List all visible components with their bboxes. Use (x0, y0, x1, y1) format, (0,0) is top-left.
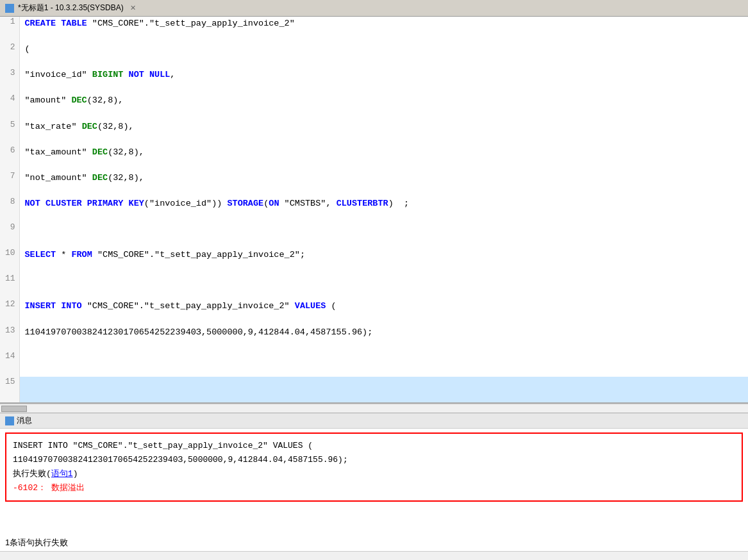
code-token: "tax_rate" (25, 122, 82, 131)
error-line3: 执行失败(语句1) (13, 467, 735, 481)
code-token: INSERT INTO (25, 301, 82, 311)
line-number: 2 (0, 42, 19, 68)
code-content[interactable]: "tax_amount" DEC(32,8), (19, 145, 748, 171)
code-token: DEC (92, 173, 108, 183)
line-number: 14 (0, 351, 19, 377)
code-token: "CMSTBS", (285, 199, 337, 208)
code-token: DEC (82, 122, 97, 131)
error-code-line: -6102： 数据溢出 (13, 481, 735, 495)
error-line3-prefix: 执行失败( (13, 469, 51, 479)
code-token: "not_amount" (25, 173, 92, 183)
code-token: (32,8) (108, 173, 139, 183)
code-content[interactable] (19, 222, 748, 248)
code-content[interactable]: "not_amount" DEC(32,8), (19, 171, 748, 197)
messages-content[interactable]: INSERT INTO "CMS_CORE"."t_sett_pay_apply… (0, 429, 748, 534)
table-row: 4"amount" DEC(32,8), (0, 94, 748, 119)
code-content[interactable] (19, 351, 748, 377)
table-row: 13110419707003824123017065425223940З,500… (0, 325, 748, 351)
line-number: 4 (0, 94, 19, 119)
line-number: 1 (0, 17, 19, 42)
error-statement-link[interactable]: 语句1 (51, 469, 73, 479)
code-token: (32,8) (108, 147, 139, 157)
line-number: 10 (0, 248, 19, 274)
code-content[interactable]: "amount" DEC(32,8), (19, 94, 748, 119)
code-token: "tax_amount" (25, 147, 92, 157)
code-token: "CMS_CORE"."t_sett_pay_apply_invoice_2"; (92, 250, 305, 259)
bottom-scrollbar[interactable] (0, 551, 748, 560)
line-number: 13 (0, 325, 19, 351)
table-row: 15 (0, 377, 748, 402)
table-row: 9 (0, 222, 748, 248)
table-row: 5"tax_rate" DEC(32,8), (0, 120, 748, 145)
error-box: INSERT INTO "CMS_CORE"."t_sett_pay_apply… (5, 432, 743, 502)
code-token: , (129, 122, 134, 131)
code-token: "invoice_id" (25, 70, 92, 79)
code-content[interactable]: ( (19, 42, 748, 68)
line-number: 15 (0, 377, 19, 402)
table-row: 11 (0, 274, 748, 299)
code-token: * (56, 250, 71, 259)
messages-panel: 消息 INSERT INTO "CMS_CORE"."t_sett_pay_ap… (0, 413, 748, 560)
code-token: VALUES (295, 301, 326, 311)
code-content[interactable]: NOT CLUSTER PRIMARY KEY("invoice_id")) S… (19, 197, 748, 222)
code-token: ) ; (388, 199, 409, 208)
code-content[interactable]: 110419707003824123017065425223940З,50000… (19, 325, 748, 351)
error-line1: INSERT INTO "CMS_CORE"."t_sett_pay_apply… (13, 439, 735, 453)
line-number: 7 (0, 171, 19, 197)
line-number: 11 (0, 274, 19, 299)
table-row: 3"invoice_id" BIGINT NOT NULL, (0, 68, 748, 94)
code-token: "CMS_CORE"."t_sett_pay_apply_invoice_2" (92, 19, 295, 28)
code-token: DEC (92, 147, 108, 157)
code-token: FROM (71, 250, 92, 259)
title-bar: *无标题1 - 10.3.2.35(SYSDBA) ✕ (0, 0, 748, 17)
code-content[interactable]: CREATE TABLE "CMS_CORE"."t_sett_pay_appl… (19, 17, 748, 42)
code-content[interactable]: "tax_rate" DEC(32,8), (19, 120, 748, 145)
table-row: 10SELECT * FROM "CMS_CORE"."t_sett_pay_a… (0, 248, 748, 274)
code-token: SELECT (25, 250, 56, 259)
code-content[interactable] (19, 274, 748, 299)
messages-header: 消息 (0, 413, 748, 429)
scrollbar-thumb[interactable] (1, 406, 27, 412)
code-token: NOT NULL (129, 70, 170, 79)
code-table: 1CREATE TABLE "CMS_CORE"."t_sett_pay_app… (0, 17, 748, 402)
table-row: 6"tax_amount" DEC(32,8), (0, 145, 748, 171)
code-content[interactable]: "invoice_id" BIGINT NOT NULL, (19, 68, 748, 94)
table-row: 7"not_amount" DEC(32,8), (0, 171, 748, 197)
messages-icon (5, 416, 14, 425)
tab-title: *无标题1 - 10.3.2.35(SYSDBA) (18, 3, 124, 13)
code-token: STORAGE (227, 199, 263, 208)
table-row: 14 (0, 351, 748, 377)
error-line2: 110419707003824123017065425223940З,50000… (13, 453, 735, 467)
code-token: CREATE TABLE (25, 19, 92, 28)
editor-scrollbar[interactable] (0, 404, 748, 413)
code-content[interactable]: INSERT INTO "CMS_CORE"."t_sett_pay_apply… (19, 299, 748, 325)
code-token: "CMS_CORE"."t_sett_pay_apply_invoice_2" (82, 301, 295, 311)
code-content[interactable] (19, 377, 748, 402)
close-icon[interactable]: ✕ (130, 4, 136, 12)
code-token: ( (326, 301, 336, 311)
table-row: 1CREATE TABLE "CMS_CORE"."t_sett_pay_app… (0, 17, 748, 42)
line-number: 9 (0, 222, 19, 248)
code-token: (32,8) (87, 95, 119, 105)
code-token: "amount" (25, 95, 72, 105)
code-token: ON (269, 199, 284, 208)
error-line3-suffix: ) (73, 469, 78, 479)
main-area: 1CREATE TABLE "CMS_CORE"."t_sett_pay_app… (0, 17, 748, 560)
messages-header-label: 消息 (17, 415, 32, 426)
code-token: ( (25, 44, 30, 54)
code-content[interactable]: SELECT * FROM "CMS_CORE"."t_sett_pay_app… (19, 248, 748, 274)
code-token: 110419707003824123017065425223940З,50000… (25, 327, 373, 337)
sql-editor[interactable]: 1CREATE TABLE "CMS_CORE"."t_sett_pay_app… (0, 17, 748, 404)
code-token: BIGINT (92, 70, 129, 79)
code-token: (32,8) (97, 122, 129, 131)
code-token: , (139, 173, 144, 183)
code-token: , (139, 147, 144, 157)
line-number: 5 (0, 120, 19, 145)
code-token: CLUSTERBTR (337, 199, 388, 208)
line-number: 8 (0, 197, 19, 222)
table-row: 8NOT CLUSTER PRIMARY KEY("invoice_id")) … (0, 197, 748, 222)
code-token: ("invoice_id")) (144, 199, 228, 208)
line-number: 6 (0, 145, 19, 171)
code-token: NOT CLUSTER PRIMARY KEY (25, 199, 144, 208)
line-number: 3 (0, 68, 19, 94)
